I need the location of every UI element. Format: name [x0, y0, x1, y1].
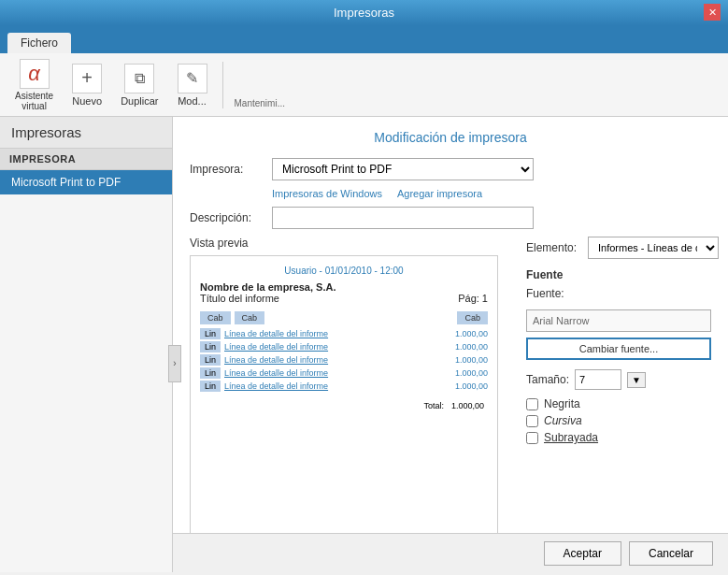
preview-lin-3: Lin [200, 354, 221, 366]
preview-cab-3: Cab [457, 311, 488, 324]
cursiva-row: Cursiva [526, 414, 711, 427]
sidebar-collapse-button[interactable]: › [168, 345, 181, 382]
font-section-header: Fuente [526, 268, 711, 281]
preview-line-text-4: Línea de detalle del informe [224, 368, 441, 378]
preview-line-5: Lin Línea de detalle del informe 1.000,0… [200, 381, 488, 392]
asistente-icon: α [20, 59, 50, 89]
toolbar-separator [222, 62, 223, 108]
preview-report-title-row: Título del informe Pág: 1 [200, 293, 488, 304]
toolbar-btn-duplicar[interactable]: ⧉ Duplicar [113, 60, 165, 110]
toolbar-btn-modificar-label: Mod... [178, 95, 207, 107]
fuente-input[interactable] [526, 309, 711, 332]
preview-box: Usuario - 01/01/2010 - 12:00 Nombre de l… [190, 255, 498, 545]
two-col-layout: Vista previa Usuario - 01/01/2010 - 12:0… [190, 237, 711, 545]
content-area: Modificación de impresora Impresora: Mic… [173, 117, 728, 572]
preview-page-label: Pág: 1 [458, 293, 488, 304]
preview-company: Nombre de la empresa, S.A. [200, 281, 488, 293]
description-label: Descripción: [190, 211, 264, 224]
preview-line-3: Lin Línea de detalle del informe 1.000,0… [200, 354, 488, 366]
modificar-icon: ✎ [178, 64, 207, 93]
toolbar-btn-duplicar-label: Duplicar [121, 95, 158, 107]
window-title: Impresoras [334, 6, 394, 20]
subrayada-label: Subrayada [544, 431, 598, 444]
preview-lin-1: Lin [200, 328, 221, 339]
preview-line-val-1: 1.000,00 [441, 329, 488, 338]
preview-cab-row: Cab Cab Cab [200, 311, 488, 324]
description-row: Descripción: [190, 207, 711, 229]
description-input[interactable] [272, 207, 534, 229]
change-font-button[interactable]: Cambiar fuente... [526, 338, 711, 360]
preview-line-2: Lin Línea de detalle del informe 1.000,0… [200, 341, 488, 352]
close-button[interactable]: ✕ [704, 4, 721, 21]
bottom-bar: Aceptar Cancelar [173, 533, 728, 572]
size-dropdown-icon[interactable]: ▼ [627, 372, 646, 388]
fuente-row: Fuente: [526, 287, 711, 300]
printer-row: Impresora: Microsoft Print to PDF [190, 158, 711, 180]
preview-line-val-3: 1.000,00 [441, 355, 488, 365]
preview-line-val-5: 1.000,00 [441, 381, 488, 391]
preview-section: Vista previa Usuario - 01/01/2010 - 12:0… [190, 237, 500, 545]
sidebar: Impresoras IMPRESORA Microsoft Print to … [0, 117, 173, 572]
preview-total-label: Total: [423, 401, 444, 410]
preview-header-line: Usuario - 01/01/2010 - 12:00 [200, 266, 488, 276]
preview-line-text-5: Línea de detalle del informe [224, 381, 441, 391]
sidebar-section-header: IMPRESORA [0, 149, 172, 170]
sidebar-item-microsoft-print[interactable]: Microsoft Print to PDF [0, 170, 172, 194]
title-bar: Impresoras ✕ [0, 0, 728, 25]
content-title: Modificación de impresora [190, 130, 711, 145]
accept-button[interactable]: Aceptar [544, 541, 621, 566]
preview-line-text-1: Línea de detalle del informe [224, 329, 441, 338]
preview-total-value: 1.000,00 [451, 401, 484, 410]
size-label: Tamaño: [526, 373, 569, 386]
preview-lines: Lin Línea de detalle del informe 1.000,0… [200, 328, 488, 392]
element-row: Elemento: Informes - Líneas de det [526, 237, 711, 259]
preview-total-row: Total: 1.000,00 [200, 401, 488, 410]
size-input[interactable] [575, 369, 621, 390]
preview-line-4: Lin Línea de detalle del informe 1.000,0… [200, 367, 488, 379]
printer-select[interactable]: Microsoft Print to PDF [272, 158, 534, 180]
cancel-button[interactable]: Cancelar [629, 541, 713, 566]
duplicar-icon: ⧉ [124, 64, 154, 93]
preview-report-title-text: Título del informe [200, 293, 279, 304]
preview-line-text-3: Línea de detalle del informe [224, 355, 441, 365]
preview-label: Vista previa [190, 237, 500, 250]
main-layout: Impresoras IMPRESORA Microsoft Print to … [0, 117, 728, 572]
toolbar-btn-nuevo-label: Nuevo [72, 95, 102, 107]
element-select[interactable]: Informes - Líneas de det [588, 237, 719, 259]
subrayada-row: Subrayada [526, 431, 711, 444]
add-printer-link[interactable]: Agregar impresora [397, 188, 482, 199]
negrita-checkbox[interactable] [526, 398, 538, 410]
toolbar-btn-asistente[interactable]: α Asistente virtual [7, 55, 61, 115]
negrita-row: Negrita [526, 397, 711, 410]
size-row: Tamaño: ▼ [526, 369, 711, 390]
subrayada-checkbox[interactable] [526, 432, 538, 444]
toolbar-btn-modificar[interactable]: ✎ Mod... [170, 60, 215, 110]
element-label: Elemento: [526, 241, 582, 254]
preview-line-val-2: 1.000,00 [441, 342, 488, 352]
toolbar-btn-asistente-label: Asistente virtual [15, 91, 53, 111]
printer-label: Impresora: [190, 163, 264, 176]
fuente-label: Fuente: [526, 287, 582, 300]
preview-line-val-4: 1.000,00 [441, 368, 488, 378]
windows-printers-link[interactable]: Impresoras de Windows [272, 188, 382, 199]
links-row: Impresoras de Windows Agregar impresora [272, 188, 711, 199]
ribbon: Fichero [0, 25, 728, 53]
preview-lin-5: Lin [200, 381, 221, 392]
preview-line-1: Lin Línea de detalle del informe 1.000,0… [200, 328, 488, 339]
preview-lin-4: Lin [200, 367, 221, 379]
sidebar-title: Impresoras [0, 117, 172, 149]
negrita-label: Negrita [544, 397, 580, 410]
preview-cab-2: Cab [235, 311, 265, 324]
right-panel: Elemento: Informes - Líneas de det Fuent… [515, 237, 711, 448]
cursiva-checkbox[interactable] [526, 415, 538, 427]
cursiva-label: Cursiva [544, 414, 582, 427]
nuevo-icon: + [72, 64, 102, 93]
toolbar-btn-nuevo[interactable]: + Nuevo [64, 60, 109, 110]
toolbar: α Asistente virtual + Nuevo ⧉ Duplicar ✎… [0, 53, 728, 117]
preview-lin-2: Lin [200, 341, 221, 352]
preview-line-text-2: Línea de detalle del informe [224, 342, 441, 352]
ribbon-tab-fichero[interactable]: Fichero [7, 33, 71, 53]
preview-cab-1: Cab [200, 311, 231, 324]
toolbar-section-label: Mantenimi... [235, 98, 285, 112]
